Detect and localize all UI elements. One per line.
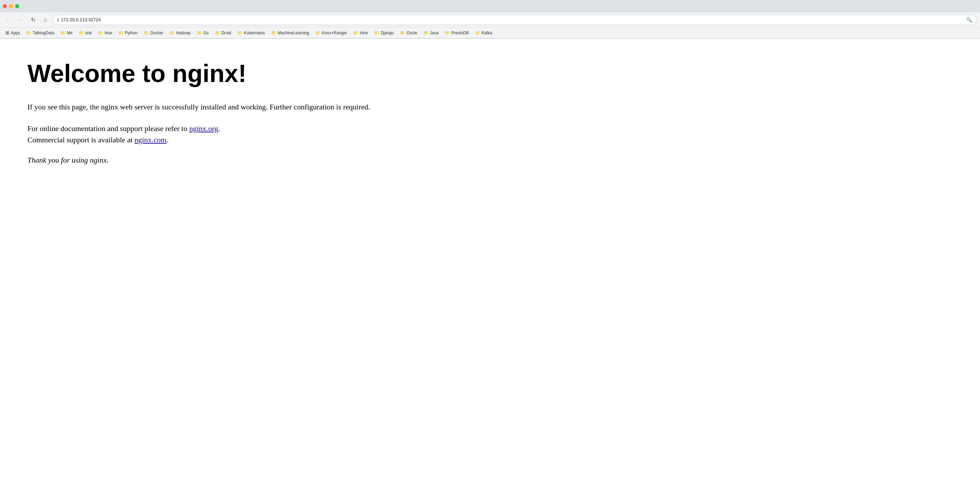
para2-line2-after: . [167, 136, 169, 144]
bookmark-docker[interactable]: 📁 Docker [141, 29, 166, 37]
search-icon: 🔍 [966, 17, 972, 22]
bookmark-label: Knox+Ranger [322, 30, 347, 35]
folder-icon: 📁 [118, 30, 123, 35]
bookmark-label: solr [85, 30, 92, 35]
folder-icon: 📁 [400, 30, 405, 35]
bookmark-knox-ranger[interactable]: 📁 Knox+Ranger [313, 29, 350, 37]
bookmark-apps-label: Apps [11, 30, 20, 35]
para2-line2-before: Commercial support is available at [27, 136, 133, 144]
folder-icon: 📁 [215, 30, 220, 35]
para2-period: . [218, 124, 220, 133]
bookmark-label: Python [125, 30, 137, 35]
titlebar [0, 0, 980, 12]
bookmark-talkingdata[interactable]: 📁 TalkingData [23, 29, 57, 37]
folder-icon: 📁 [423, 30, 429, 35]
bookmark-label: Hive [360, 30, 368, 35]
folder-icon: 📁 [169, 30, 175, 35]
paragraph-3: Thank you for using nginx. [27, 156, 953, 164]
bookmark-label: PrestoDB [451, 30, 469, 35]
bookmark-django[interactable]: 📁 Django [371, 29, 396, 37]
folder-icon: 📁 [445, 30, 450, 35]
paragraph-2: For online documentation and support ple… [27, 123, 953, 145]
bookmark-solr[interactable]: 📁 solr [76, 29, 95, 37]
paragraph-1: If you see this page, the nginx web serv… [27, 101, 953, 113]
folder-icon: 📁 [98, 30, 103, 35]
url-text: 172.20.0.113:32724 [61, 17, 101, 22]
bookmark-label: TalkingData [33, 30, 54, 35]
nginx-com-link[interactable]: nginx.com [134, 136, 167, 144]
bookmark-python[interactable]: 📁 Python [116, 29, 140, 37]
folder-icon: 📁 [79, 30, 84, 35]
bookmark-kafka[interactable]: 📁 Kafka [473, 29, 495, 37]
bookmark-label: Hadoop [176, 30, 190, 35]
bookmark-druid[interactable]: 📁 Druid [212, 29, 234, 37]
para2-before-text: For online documentation and support ple… [27, 124, 187, 133]
folder-icon: 📁 [475, 30, 480, 35]
apps-grid-icon: ⊞ [5, 30, 9, 35]
bookmark-label: Druid [221, 30, 231, 35]
bookmark-label: Kubernates [244, 30, 265, 35]
security-icon: ℹ [57, 18, 59, 22]
page-title: Welcome to nginx! [27, 59, 953, 88]
bookmark-prestodb[interactable]: 📁 PrestoDB [442, 29, 471, 37]
maximize-button[interactable] [15, 4, 19, 8]
nginx-org-link[interactable]: nginx.org [189, 124, 218, 133]
bookmark-go[interactable]: 📁 Go [194, 29, 212, 37]
bookmark-hadoop[interactable]: 📁 Hadoop [167, 29, 193, 37]
bookmark-label: Go [203, 30, 209, 35]
folder-icon: 📁 [197, 30, 202, 35]
bookmark-label: MachineLearning [278, 30, 309, 35]
bookmark-kubernates[interactable]: 📁 Kubernates [235, 29, 267, 37]
bookmark-label: Me [67, 30, 73, 35]
bookmarks-bar: ⊞ Apps 📁 TalkingData 📁 Me 📁 solr 📁 Hue 📁… [0, 27, 980, 38]
bookmark-me[interactable]: 📁 Me [57, 29, 75, 37]
bookmark-hue[interactable]: 📁 Hue [95, 29, 115, 37]
minimize-button[interactable] [9, 4, 13, 8]
folder-icon: 📁 [237, 30, 242, 35]
bookmark-java[interactable]: 📁 Java [421, 29, 441, 37]
bookmark-apps[interactable]: ⊞ Apps [3, 29, 22, 37]
bookmark-label: Kafka [482, 30, 492, 35]
page-content: Welcome to nginx! If you see this page, … [0, 39, 980, 485]
home-button[interactable]: ⌂ [40, 15, 50, 25]
close-button[interactable] [3, 4, 7, 8]
folder-icon: 📁 [353, 30, 358, 35]
bookmark-machinelearning[interactable]: 📁 MachineLearning [269, 29, 312, 37]
folder-icon: 📁 [374, 30, 379, 35]
address-bar[interactable]: ℹ 172.20.0.113:32724 🔍 [53, 15, 977, 25]
bookmark-oozie[interactable]: 📁 Oozie [397, 29, 420, 37]
back-button[interactable]: ← [3, 15, 13, 25]
navigation-bar: ← → ↻ ⌂ ℹ 172.20.0.113:32724 🔍 [0, 12, 980, 27]
bookmark-label: Oozie [406, 30, 417, 35]
bookmark-hive[interactable]: 📁 Hive [350, 29, 371, 37]
bookmark-label: Django [380, 30, 394, 35]
forward-button[interactable]: → [16, 15, 25, 25]
folder-icon: 📁 [60, 30, 65, 35]
bookmark-label: Docker [150, 30, 163, 35]
folder-icon: 📁 [271, 30, 276, 35]
folder-icon: 📁 [26, 30, 31, 35]
bookmark-label: Java [430, 30, 439, 35]
reload-button[interactable]: ↻ [28, 15, 38, 25]
bookmark-label: Hue [105, 30, 112, 35]
folder-icon: 📁 [144, 30, 149, 35]
browser-chrome: ← → ↻ ⌂ ℹ 172.20.0.113:32724 🔍 ⊞ Apps 📁 … [0, 0, 980, 39]
folder-icon: 📁 [315, 30, 321, 35]
